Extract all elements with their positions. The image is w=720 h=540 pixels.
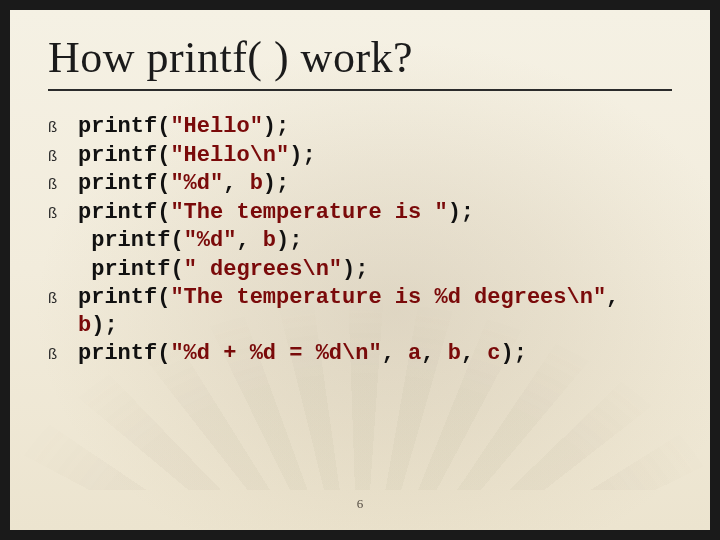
bullet-icon [48,256,78,261]
code-line: ßprintf("Hello\n"); [48,142,672,170]
code-text: printf("Hello"); [78,113,672,141]
code-line: ßprintf("%d", b); [48,170,672,198]
slide-title: How printf( ) work? [48,32,672,91]
code-line: ßprintf("Hello"); [48,113,672,141]
code-line: ßprintf("The temperature is %d degrees\n… [48,284,672,339]
bullet-icon: ß [48,170,78,194]
page-number: 6 [10,496,710,512]
code-text: printf("Hello\n"); [78,142,672,170]
bullet-icon: ß [48,113,78,137]
code-text: printf(" degrees\n"); [78,256,672,284]
slide: How printf( ) work? ßprintf("Hello");ßpr… [10,10,710,530]
code-line: ßprintf("The temperature is "); [48,199,672,227]
bullet-icon: ß [48,340,78,364]
bullet-icon: ß [48,142,78,166]
code-line: printf(" degrees\n"); [48,256,672,284]
code-line: ßprintf("%d + %d = %d\n", a, b, c); [48,340,672,368]
code-text: printf("%d", b); [78,170,672,198]
bullet-icon: ß [48,199,78,223]
code-line: printf("%d", b); [48,227,672,255]
code-list: ßprintf("Hello");ßprintf("Hello\n");ßpri… [48,113,672,368]
code-text: printf("The temperature is %d degrees\n"… [78,284,672,339]
bullet-icon [48,227,78,232]
code-text: printf("%d", b); [78,227,672,255]
bullet-icon: ß [48,284,78,308]
code-text: printf("%d + %d = %d\n", a, b, c); [78,340,672,368]
code-text: printf("The temperature is "); [78,199,672,227]
